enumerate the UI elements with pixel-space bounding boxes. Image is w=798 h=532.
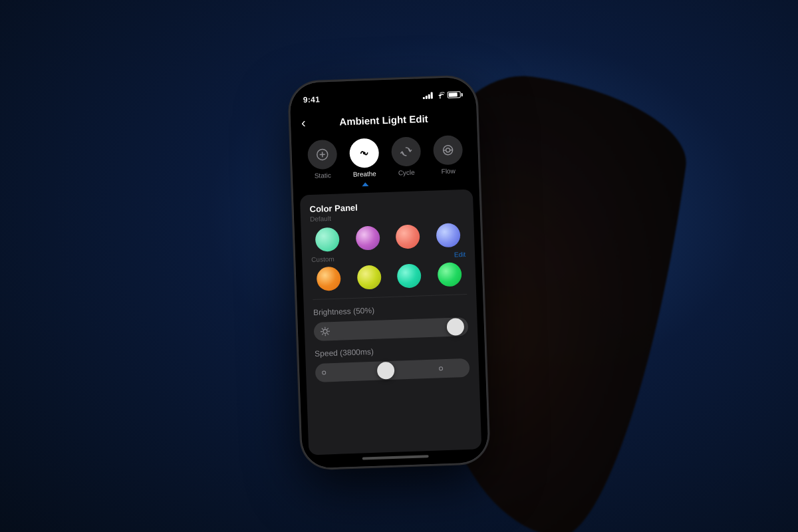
scene: 9:41 bbox=[0, 0, 798, 532]
mode-selector: Static Breathe bbox=[291, 129, 479, 189]
flow-icon bbox=[432, 135, 463, 166]
svg-point-9 bbox=[323, 329, 327, 333]
back-button[interactable]: ‹ bbox=[301, 115, 306, 130]
mode-cycle-label: Cycle bbox=[398, 169, 415, 177]
app-content: ‹ Ambient Light Edit bbox=[291, 106, 489, 468]
color-green[interactable] bbox=[437, 262, 462, 287]
speed-value: (3800ms) bbox=[340, 347, 374, 358]
color-teal[interactable] bbox=[315, 227, 340, 252]
brightness-section: Brightness (50%) bbox=[313, 303, 469, 341]
main-panel: Color Panel Default Custom Edit bbox=[300, 190, 481, 456]
home-bar bbox=[362, 455, 429, 460]
mode-breathe[interactable]: Breathe bbox=[344, 138, 384, 187]
svg-point-6 bbox=[446, 148, 450, 152]
svg-line-15 bbox=[327, 333, 328, 334]
speed-max-icon bbox=[439, 366, 443, 370]
status-icons bbox=[423, 91, 463, 99]
brightness-slider[interactable] bbox=[314, 317, 469, 341]
brightness-label: Brightness (50%) bbox=[313, 303, 467, 317]
brightness-value: (50%) bbox=[353, 306, 375, 316]
color-orange[interactable] bbox=[317, 267, 341, 291]
speed-thumb[interactable] bbox=[376, 362, 394, 380]
svg-line-16 bbox=[327, 329, 328, 329]
custom-row-header: Custom Edit bbox=[311, 251, 466, 263]
mode-flow-label: Flow bbox=[441, 167, 455, 175]
edit-link[interactable]: Edit bbox=[454, 251, 466, 259]
status-time: 9:41 bbox=[303, 94, 321, 104]
mode-active-indicator bbox=[362, 182, 368, 186]
wifi-icon bbox=[436, 92, 445, 98]
divider-1 bbox=[313, 294, 467, 300]
default-colors-grid bbox=[311, 223, 466, 252]
signal-icon bbox=[423, 92, 433, 100]
speed-section: Speed (3800ms) bbox=[315, 344, 470, 382]
color-blue-purple[interactable] bbox=[436, 223, 460, 247]
brightness-icon bbox=[321, 327, 330, 336]
cycle-icon bbox=[390, 136, 421, 167]
breathe-icon bbox=[348, 138, 379, 168]
color-cyan[interactable] bbox=[397, 263, 422, 288]
speed-min-icon bbox=[322, 370, 326, 374]
nav-title: Ambient Light Edit bbox=[339, 113, 428, 128]
mode-breathe-label: Breathe bbox=[353, 170, 376, 178]
phone-frame: 9:41 bbox=[289, 76, 489, 468]
static-icon bbox=[307, 140, 337, 170]
brightness-thumb[interactable] bbox=[446, 318, 464, 336]
svg-line-14 bbox=[322, 329, 323, 329]
battery-icon bbox=[448, 91, 463, 98]
custom-label: Custom bbox=[311, 255, 334, 263]
mode-static-label: Static bbox=[315, 172, 331, 180]
mode-static[interactable]: Static bbox=[302, 139, 342, 188]
custom-colors-grid bbox=[312, 262, 467, 291]
mode-cycle[interactable]: Cycle bbox=[386, 136, 426, 186]
notch bbox=[349, 78, 416, 99]
mode-flow[interactable]: Flow bbox=[428, 135, 468, 184]
svg-line-17 bbox=[323, 334, 323, 334]
color-salmon[interactable] bbox=[396, 224, 420, 249]
color-yellow[interactable] bbox=[356, 265, 381, 289]
color-purple-pink[interactable] bbox=[355, 225, 380, 250]
speed-slider[interactable] bbox=[315, 358, 470, 382]
svg-point-0 bbox=[440, 97, 441, 98]
speed-label: Speed (3800ms) bbox=[315, 344, 469, 358]
phone-screen: 9:41 bbox=[289, 76, 489, 468]
